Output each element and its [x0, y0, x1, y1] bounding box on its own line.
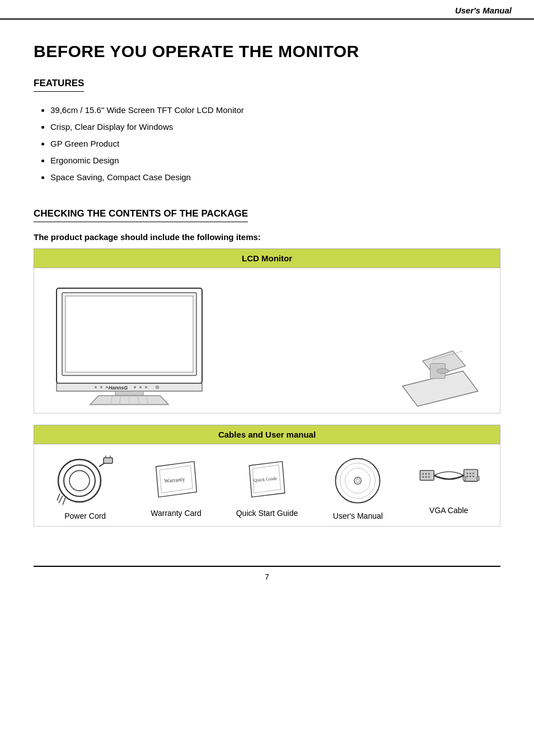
- svg-text:HannsG: HannsG: [109, 385, 128, 391]
- vga-svg: [418, 456, 480, 500]
- svg-point-51: [428, 476, 430, 478]
- svg-point-53: [466, 473, 468, 475]
- svg-point-57: [470, 476, 471, 477]
- svg-point-6: [100, 386, 102, 388]
- cables-row: Power Cord Warranty Warranty Card: [34, 444, 500, 527]
- svg-rect-45: [420, 471, 434, 481]
- svg-rect-59: [463, 476, 466, 480]
- main-content: BEFORE YOU OPERATE THE MONITOR FEATURES …: [0, 20, 534, 555]
- page-number: 7: [0, 567, 534, 587]
- feature-item: Space Saving, Compact Case Design: [50, 169, 500, 186]
- top-bar: User's Manual: [0, 0, 534, 20]
- svg-point-8: [134, 386, 136, 388]
- svg-point-50: [425, 476, 427, 478]
- cables-banner: Cables and User manual: [34, 425, 500, 444]
- warranty-card-item: Warranty Warranty Card: [140, 456, 213, 518]
- svg-line-33: [63, 497, 65, 505]
- svg-point-54: [470, 473, 471, 475]
- svg-point-48: [428, 473, 430, 475]
- svg-point-44: [356, 478, 360, 482]
- page-heading: BEFORE YOU OPERATE THE MONITOR: [34, 42, 500, 61]
- disc-svg: [332, 456, 383, 506]
- svg-rect-28: [104, 458, 113, 463]
- monitor-illustration: HannsG: [45, 283, 241, 407]
- svg-point-23: [437, 369, 449, 374]
- svg-point-49: [422, 476, 424, 478]
- svg-line-31: [57, 494, 60, 500]
- page-container: User's Manual BEFORE YOU OPERATE THE MON…: [0, 0, 534, 756]
- svg-point-55: [472, 473, 474, 475]
- svg-line-32: [59, 496, 63, 503]
- feature-item: Crisp, Clear Display for Windows: [50, 119, 500, 135]
- svg-point-47: [425, 473, 427, 475]
- header-title: User's Manual: [455, 6, 512, 15]
- users-manual-label: User's Manual: [333, 511, 383, 520]
- warranty-svg: Warranty: [148, 456, 204, 503]
- vga-cable-item: VGA Cable: [413, 456, 485, 515]
- svg-point-5: [95, 386, 97, 388]
- svg-point-46: [422, 473, 424, 475]
- svg-point-10: [145, 386, 147, 388]
- quickguide-svg: Quick Guide: [239, 456, 295, 503]
- monitor-svg: HannsG: [45, 283, 213, 406]
- quick-guide-item: Quick Guide Quick Start Guide: [231, 456, 303, 518]
- warranty-card-label: Warranty Card: [151, 509, 202, 518]
- vga-cable-label: VGA Cable: [429, 506, 468, 515]
- package-intro: The product package should include the f…: [34, 232, 500, 242]
- features-section: FEATURES 39,6cm / 15.6" Wide Screen TFT …: [34, 78, 500, 186]
- users-manual-item: User's Manual: [321, 456, 394, 520]
- svg-point-26: [69, 471, 90, 491]
- svg-rect-60: [477, 476, 480, 480]
- svg-point-7: [106, 386, 108, 388]
- features-heading: FEATURES: [34, 78, 84, 92]
- package-heading: CHECKING THE CONTENTS OF THE PACKAGE: [34, 208, 248, 222]
- svg-point-24: [58, 459, 101, 502]
- svg-point-25: [64, 465, 95, 496]
- power-cord-label: Power Cord: [64, 511, 106, 520]
- lcd-banner: LCD Monitor: [34, 248, 500, 268]
- stand-illustration: [377, 335, 489, 407]
- svg-point-58: [472, 476, 474, 477]
- svg-point-9: [139, 386, 142, 388]
- power-cord-svg: [54, 456, 116, 506]
- features-list: 39,6cm / 15.6" Wide Screen TFT Color LCD…: [34, 102, 500, 186]
- feature-item: GP Green Product: [50, 135, 500, 152]
- feature-item: Ergonomic Design: [50, 152, 500, 169]
- svg-rect-12: [115, 391, 143, 396]
- quick-guide-label: Quick Start Guide: [236, 509, 298, 518]
- feature-item: 39,6cm / 15.6" Wide Screen TFT Color LCD…: [50, 102, 500, 119]
- package-section: CHECKING THE CONTENTS OF THE PACKAGE The…: [34, 208, 500, 527]
- svg-rect-3: [57, 383, 202, 391]
- svg-rect-2: [65, 296, 193, 372]
- power-cord-item: Power Cord: [49, 456, 121, 520]
- svg-point-11: [156, 386, 159, 389]
- svg-point-56: [466, 476, 468, 477]
- monitor-row: HannsG: [34, 268, 500, 414]
- stand-svg: [382, 335, 483, 407]
